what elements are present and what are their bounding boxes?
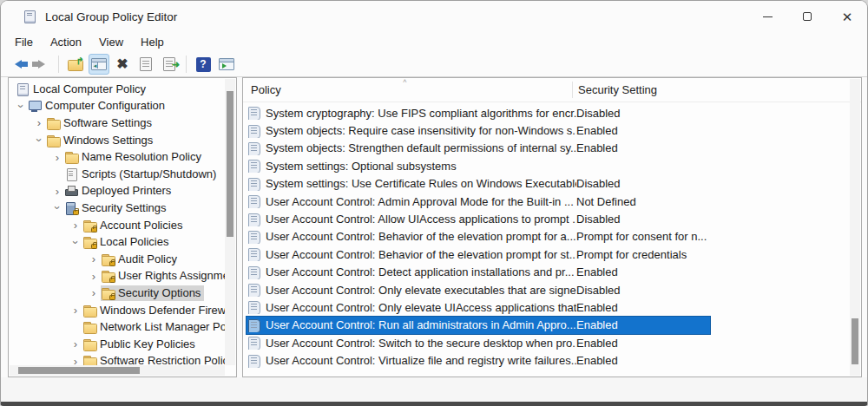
up-one-level-button[interactable]: ↱ [65, 54, 86, 75]
chevron-down-icon[interactable]: › [52, 201, 63, 215]
security-setting-value: Disabled [576, 107, 710, 120]
policy-row[interactable]: System settings: Use Certificate Rules o… [247, 175, 710, 193]
properties-button[interactable] [135, 54, 156, 75]
policy-row[interactable]: User Account Control: Virtualize file an… [247, 351, 710, 369]
title-bar: Local Group Policy Editor ✕ [1, 1, 867, 32]
policy-row[interactable]: User Account Control: Only elevate UIAcc… [247, 298, 710, 316]
policy-name: User Account Control: Allow UIAccess app… [266, 213, 576, 226]
policy-tree: Local Computer Policy › Computer Configu… [9, 81, 225, 365]
minimize-button[interactable] [747, 1, 787, 32]
scrollbar-thumb[interactable] [227, 91, 233, 237]
tree-item-security-settings[interactable]: › Security Settings [9, 200, 225, 217]
tree-item-local-computer-policy[interactable]: Local Computer Policy [9, 81, 225, 98]
policy-name: User Account Control: Behavior of the el… [266, 248, 576, 261]
list-vertical-scrollbar[interactable] [850, 79, 860, 376]
chevron-right-icon[interactable]: › [69, 304, 82, 316]
tree-item-security-options[interactable]: › Security Options [9, 285, 225, 302]
chevron-right-icon[interactable]: › [69, 219, 82, 231]
tree-item-label: Scripts (Startup/Shutdown) [79, 167, 220, 182]
local-group-policy-editor-window: Local Group Policy Editor ✕ File Action … [0, 0, 868, 406]
policy-row[interactable]: User Account Control: Only elevate execu… [247, 281, 710, 298]
column-header-policy[interactable]: Policy [243, 83, 573, 96]
menu-help[interactable]: Help [132, 34, 173, 50]
chevron-down-icon[interactable]: › [16, 99, 27, 113]
chevron-right-icon[interactable]: › [32, 117, 46, 128]
policy-row[interactable]: User Account Control: Behavior of the el… [247, 246, 710, 263]
export-list-button[interactable]: ➜ [159, 54, 180, 75]
policy-name: User Account Control: Run all administra… [266, 318, 576, 331]
column-divider[interactable] [572, 82, 573, 98]
app-icon [23, 10, 37, 23]
policy-row[interactable]: System objects: Require case insensitivi… [247, 121, 710, 139]
policy-icon [247, 141, 260, 155]
tree-item-network-list-manager[interactable]: › Network List Manager Po [9, 318, 225, 336]
tree-horizontal-scrollbar[interactable] [10, 365, 225, 376]
menu-bar: File Action View Help [1, 32, 867, 52]
policy-icon [247, 265, 260, 279]
policy-row[interactable]: System objects: Strengthen default permi… [247, 140, 710, 157]
folder-icon [82, 304, 97, 318]
chevron-down-icon[interactable]: › [34, 134, 45, 147]
chevron-right-icon[interactable]: › [87, 287, 101, 298]
policy-row[interactable]: User Account Control: Switch to the secu… [247, 334, 710, 351]
policy-row-selected[interactable]: User Account Control: Run all administra… [247, 317, 710, 334]
policy-row[interactable]: User Account Control: Detect application… [247, 264, 710, 281]
policy-row[interactable]: User Account Control: Admin Approval Mod… [247, 193, 710, 210]
tree-item-windows-defender-firewall[interactable]: › Windows Defender Firew [9, 302, 225, 319]
export-list-icon: ➜ [163, 57, 175, 71]
tree-item-windows-settings[interactable]: › Windows Settings [9, 132, 225, 149]
back-icon [15, 60, 22, 69]
security-setting-value: Not Defined [576, 195, 710, 208]
console-tree-toggle-button[interactable]: ◄ [89, 54, 109, 75]
policy-name: System settings: Use Certificate Rules o… [266, 177, 576, 190]
gpo-scroll-icon [16, 82, 30, 96]
security-setting-value: Enabled [576, 318, 710, 331]
tree-item-user-rights-assignment[interactable]: › User Rights Assignme [9, 268, 225, 285]
tree-item-label: Local Policies [97, 234, 173, 250]
menu-file[interactable]: File [6, 34, 42, 50]
policy-row[interactable]: User Account Control: Allow UIAccess app… [247, 210, 710, 227]
policy-row[interactable]: System cryptography: Use FIPS compliant … [247, 104, 710, 121]
chevron-right-icon[interactable]: › [69, 338, 82, 350]
tree-item-software-settings[interactable]: › Software Settings [9, 115, 225, 132]
tree-item-software-restriction-policies[interactable]: › Software Restriction Polic [9, 353, 225, 366]
tree-vertical-scrollbar[interactable] [225, 79, 235, 365]
tree-item-scripts[interactable]: › Scripts (Startup/Shutdown) [9, 166, 225, 183]
chevron-down-icon[interactable]: › [70, 235, 82, 249]
tree-item-local-policies[interactable]: › Local Policies [9, 233, 225, 251]
tree-item-computer-configuration[interactable]: › Computer Configuration [9, 98, 225, 115]
chevron-right-icon[interactable]: › [50, 152, 64, 163]
toolbar: ↱ ◄ ✖ ➜ ? [1, 52, 867, 77]
minimize-icon [763, 16, 773, 17]
tree-item-audit-policy[interactable]: › Audit Policy [9, 251, 225, 268]
sort-ascending-icon: ˄ [403, 78, 407, 85]
tree-item-label: Audit Policy [115, 252, 181, 267]
chevron-right-icon[interactable]: › [87, 271, 101, 282]
action-pane-toggle-button[interactable] [216, 54, 237, 75]
policy-icon [247, 336, 260, 350]
forward-button[interactable] [31, 54, 52, 75]
policy-name: System objects: Strengthen default permi… [266, 141, 576, 154]
tree-item-label: Windows Settings [61, 133, 156, 148]
tree-item-public-key-policies[interactable]: › Public Key Policies [9, 336, 225, 353]
help-button[interactable]: ? [193, 54, 214, 75]
policy-row[interactable]: System settings: Optional subsystems [247, 157, 710, 174]
maximize-button[interactable] [787, 1, 827, 32]
menu-view[interactable]: View [90, 34, 132, 50]
policy-row[interactable]: User Account Control: Behavior of the el… [247, 228, 710, 246]
back-button[interactable] [8, 54, 29, 75]
chevron-right-icon[interactable]: › [50, 186, 64, 197]
tree-item-label: Software Restriction Polic [97, 353, 225, 365]
tree-item-label: Software Settings [61, 115, 155, 131]
chevron-right-icon[interactable]: › [87, 253, 101, 265]
scrollbar-thumb[interactable] [18, 367, 140, 374]
tree-item-account-policies[interactable]: › Account Policies [9, 217, 225, 234]
tree-item-deployed-printers[interactable]: › Deployed Printers [9, 183, 225, 200]
menu-action[interactable]: Action [42, 34, 90, 50]
chevron-right-icon[interactable]: › [69, 356, 82, 365]
delete-button[interactable]: ✖ [112, 54, 133, 75]
column-header-security-setting[interactable]: Security Setting [573, 83, 657, 96]
tree-item-name-resolution-policy[interactable]: › Name Resolution Policy [9, 148, 225, 166]
close-button[interactable]: ✕ [827, 1, 867, 32]
scrollbar-thumb[interactable] [852, 318, 858, 364]
